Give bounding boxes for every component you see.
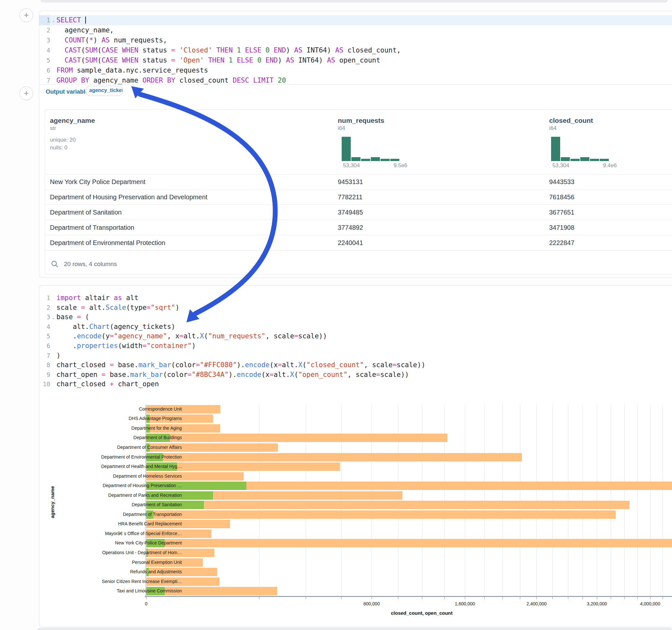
code-line[interactable]: 7): [39, 351, 672, 361]
line-number: 7: [39, 351, 50, 361]
y-tick: [144, 553, 146, 553]
chevron-down-icon[interactable]: ⌄: [51, 313, 55, 322]
gridline: [398, 405, 399, 596]
y-category-label: Department of Homeless Services: [39, 474, 182, 479]
code-line[interactable]: 1import altair as alt: [39, 293, 672, 303]
code-line[interactable]: 2 agency_name,: [39, 25, 672, 35]
code-line[interactable]: 2scale = alt.Scale(type="sqrt"): [39, 303, 672, 313]
add-cell-button-middle[interactable]: +: [20, 87, 33, 100]
code-text: base = (: [56, 312, 89, 322]
gridline: [520, 405, 520, 596]
output-variable-row: Output variable: agency_tickets: [39, 84, 672, 101]
code-text: SELECT: [56, 15, 86, 25]
python-editor[interactable]: 1import altair as alt2scale = alt.Scale(…: [39, 293, 672, 389]
output-variable-chip[interactable]: agency_tickets: [86, 86, 123, 96]
dataframe-preview[interactable]: agency_namestrunique: 20nulls: 0num_requ…: [45, 109, 672, 275]
gridline: [624, 405, 625, 596]
table-row: Department of Environmental Protection22…: [45, 235, 672, 250]
x-tick-label: 2,400,000: [526, 601, 547, 606]
x-tick: [306, 597, 306, 599]
code-text: chart_open = base.mark_bar(color="#8BC34…: [56, 370, 409, 380]
x-tick-label: 3,200,000: [587, 601, 607, 606]
code-text: CAST(SUM(CASE WHEN status = 'Closed' THE…: [56, 45, 401, 55]
gridline: [341, 405, 342, 596]
code-line[interactable]: 10chart_closed + chart_open: [39, 380, 672, 389]
y-tick: [144, 467, 146, 467]
table-row: Department of Sanitation37494853677651: [45, 204, 672, 220]
table-cell: 3677651: [549, 205, 574, 220]
column-header[interactable]: closed_count: [549, 117, 593, 124]
x-tick: [371, 597, 372, 599]
histogram-max-label: 9.4e6: [603, 162, 617, 169]
table-row: Department of Housing Preservation and D…: [45, 189, 672, 205]
table-cell: 3471908: [549, 220, 574, 235]
column-header[interactable]: num_requests: [338, 117, 384, 124]
y-tick: [144, 409, 146, 410]
gridline: [637, 405, 638, 596]
x-tick: [663, 597, 663, 599]
code-line[interactable]: 5 .encode(y="agency_name", x=alt.X("num_…: [39, 332, 672, 341]
y-tick: [144, 419, 146, 419]
dataframe-header: agency_namestrunique: 20nulls: 0num_requ…: [45, 110, 672, 174]
gridline: [568, 405, 568, 596]
notebook-page: + + 1⌄SELECT 2 agency_name,3 COUNT(*) AS…: [0, 0, 672, 630]
line-number: 5: [39, 55, 50, 66]
gridline: [371, 405, 372, 596]
chevron-down-icon[interactable]: ⌄: [51, 16, 55, 26]
x-tick: [465, 597, 465, 599]
code-line[interactable]: 9chart_open = base.mark_bar(color="#8BC3…: [39, 370, 672, 380]
altair-chart: Correspondence UnitDHS Advantage Program…: [39, 396, 672, 623]
x-tick: [536, 597, 537, 599]
bar-closed: [146, 539, 672, 547]
sql-editor[interactable]: 1⌄SELECT 2 agency_name,3 COUNT(*) AS num…: [39, 15, 672, 86]
y-category-label: Senior Citizen Rent Increase Exempti…: [39, 579, 182, 584]
column-stat: nulls: 0: [50, 145, 67, 151]
x-tick: [552, 597, 553, 599]
dataframe-footer: 20 rows, 4 columns: [45, 250, 672, 274]
code-text: .encode(y="agency_name", x=alt.X("num_re…: [56, 332, 327, 341]
histogram-min-label: 53,304: [552, 162, 569, 169]
gridline: [445, 405, 445, 596]
column-type: i64: [338, 125, 345, 131]
y-tick: [144, 563, 146, 563]
search-icon[interactable]: [51, 260, 59, 268]
bar-closed: [146, 501, 629, 509]
y-category-label: DHS Advantage Programs: [39, 416, 182, 421]
text-cursor: [85, 17, 86, 24]
y-tick: [144, 429, 146, 429]
y-tick: [144, 534, 146, 534]
add-cell-button-top[interactable]: +: [20, 8, 33, 22]
code-line[interactable]: 6FROM sample_data.nyc.service_requests: [39, 66, 672, 75]
code-line[interactable]: 4 alt.Chart(agency_tickets): [39, 322, 672, 332]
code-line[interactable]: 1⌄SELECT: [39, 15, 672, 25]
y-category-label: New York City Police Department: [39, 540, 182, 546]
code-line[interactable]: 3 COUNT(*) AS num_requests,: [39, 35, 672, 45]
gridline: [611, 405, 611, 596]
y-category-label: Department of Parks and Recreation: [39, 492, 182, 498]
table-cell: 3774892: [338, 220, 363, 235]
code-line[interactable]: 5 CAST(SUM(CASE WHEN status = 'Open' THE…: [39, 55, 672, 66]
gridline: [663, 405, 663, 596]
code-text: alt.Chart(agency_tickets): [56, 322, 175, 332]
code-text: COUNT(*) AS num_requests,: [56, 35, 167, 45]
code-line[interactable]: 3⌄base = (: [39, 312, 672, 322]
code-line[interactable]: 4 CAST(SUM(CASE WHEN status = 'Closed' T…: [39, 45, 672, 55]
y-category-label: Department of Sanitation: [39, 502, 182, 507]
code-text: ): [56, 351, 61, 361]
table-cell: Department of Housing Preservation and D…: [50, 190, 208, 205]
code-text: FROM sample_data.nyc.service_requests: [56, 66, 208, 75]
code-line[interactable]: 6 .properties(width="container"): [39, 341, 672, 351]
table-cell: 3749485: [338, 205, 363, 220]
code-text: import altair as alt: [56, 293, 138, 303]
line-number: 10: [39, 380, 50, 389]
code-line[interactable]: 8chart_closed = base.mark_bar(color="#FF…: [39, 360, 672, 370]
table-row: New York City Police Department945313194…: [45, 174, 672, 190]
histogram-min-label: 53,304: [343, 162, 360, 169]
x-tick: [611, 597, 611, 599]
column-type: str: [50, 125, 56, 131]
column-header[interactable]: agency_name: [50, 117, 95, 124]
line-number: 8: [39, 360, 50, 370]
y-category-label: Correspondence Unit: [39, 406, 182, 412]
x-tick: [568, 597, 568, 599]
y-category-label: Department of Transportation: [39, 512, 182, 517]
